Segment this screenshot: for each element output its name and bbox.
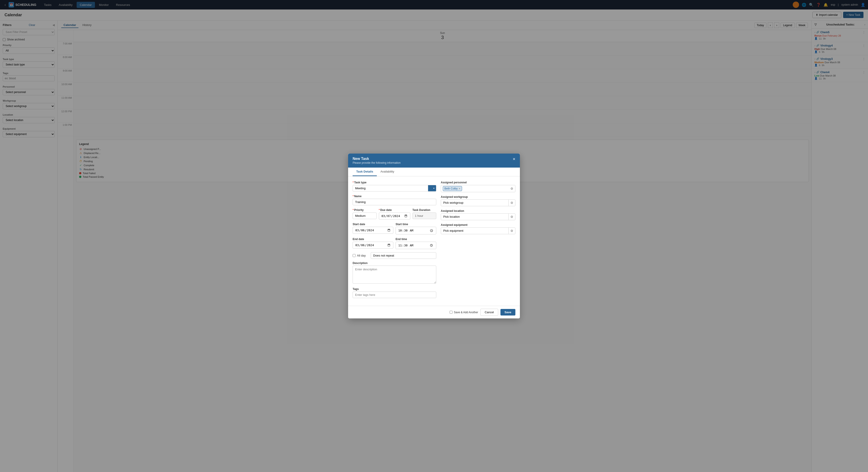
color-caret-icon: ▾: [433, 187, 434, 190]
end-date-label: End date: [352, 238, 393, 241]
allday-repeat-row: All day Does not repeat: [352, 252, 436, 259]
modal-close-button[interactable]: ×: [513, 157, 515, 161]
assigned-workgroup-row: Pick workgroup ⚙: [441, 199, 515, 206]
modal-body: * Task type Meeting ▾: [348, 176, 520, 306]
save-and-add-another-group: Save & Add Another: [450, 311, 478, 314]
task-duration-form-label: Task Duration: [412, 208, 436, 212]
equipment-dropdown[interactable]: Pick equipment: [441, 228, 508, 234]
required-star: *: [352, 181, 354, 184]
start-date-group: Start date: [352, 223, 393, 234]
modal-title: New Task: [352, 157, 401, 161]
save-add-another-checkbox[interactable]: [450, 311, 453, 314]
personnel-gear-button[interactable]: ⚙: [510, 187, 513, 190]
end-date-group: End date: [352, 238, 393, 249]
assigned-workgroup-group: Assigned workgroup Pick workgroup ⚙: [441, 195, 515, 206]
workgroup-dropdown[interactable]: Pick workgroup: [441, 200, 508, 206]
due-date-input[interactable]: [379, 212, 410, 220]
tags-modal-group: Tags: [352, 288, 436, 298]
task-type-form-label: * Task type: [352, 181, 436, 184]
all-day-checkbox[interactable]: [352, 254, 355, 257]
tags-modal-input[interactable]: [352, 292, 436, 298]
modal-overlay[interactable]: New Task Please provide the following in…: [0, 0, 868, 472]
color-picker-button[interactable]: ▾: [428, 185, 436, 192]
priority-due-row: * Priority Medium * Due date: [352, 208, 436, 223]
tags-modal-label: Tags: [352, 288, 436, 291]
description-label: Description: [352, 262, 436, 265]
start-date-label: Start date: [352, 223, 393, 226]
assigned-equipment-row: Pick equipment ⚙: [441, 228, 515, 234]
modal-tab-task-details[interactable]: Task Details: [352, 168, 377, 176]
assigned-equipment-group: Assigned equipment Pick equipment ⚙: [441, 223, 515, 234]
personnel-tag: Beth Colby ×: [443, 186, 462, 191]
task-type-select-modal[interactable]: Meeting: [352, 185, 428, 192]
assigned-equipment-label: Assigned equipment: [441, 223, 515, 227]
end-time-label: End time: [396, 238, 436, 241]
start-time-input[interactable]: [396, 227, 436, 234]
description-textarea[interactable]: [352, 266, 436, 284]
end-time-group: End time: [396, 238, 436, 249]
name-form-label: * Name: [352, 195, 436, 198]
modal-footer: Save & Add Another Cancel Save: [348, 306, 520, 318]
start-time-label: Start time: [396, 223, 436, 226]
personnel-input-row: Beth Colby × ⚙: [441, 185, 515, 192]
end-time-input[interactable]: [396, 242, 436, 249]
modal-header: New Task Please provide the following in…: [348, 154, 520, 168]
color-swatch: [430, 186, 433, 190]
task-type-row: Meeting ▾: [352, 185, 436, 192]
modal-right-column: Assigned personnel Beth Colby × ⚙: [441, 181, 515, 301]
personnel-tag-name: Beth Colby: [444, 187, 458, 190]
location-dropdown[interactable]: Pick location: [441, 214, 508, 220]
due-date-group: * Due date: [379, 208, 410, 220]
end-date-input[interactable]: [352, 242, 393, 249]
task-type-label-text: Task type: [354, 181, 366, 184]
equipment-gear-button[interactable]: ⚙: [508, 228, 515, 234]
required-star: *: [352, 208, 354, 212]
assigned-location-group: Assigned location Pick location ⚙: [441, 209, 515, 220]
priority-select-modal[interactable]: Medium: [352, 212, 377, 219]
assigned-personnel-label: Assigned personnel: [441, 181, 515, 184]
task-type-group: * Task type Meeting ▾: [352, 181, 436, 192]
required-star: *: [379, 208, 380, 212]
start-time-group: Start time: [396, 223, 436, 234]
name-input[interactable]: [352, 199, 436, 205]
modal-left-column: * Task type Meeting ▾: [352, 181, 436, 301]
name-label-text: Name: [354, 195, 362, 198]
cancel-button[interactable]: Cancel: [480, 309, 498, 316]
location-gear-button[interactable]: ⚙: [508, 214, 515, 220]
name-group: * Name: [352, 195, 436, 205]
repeat-select[interactable]: Does not repeat: [371, 252, 436, 259]
assigned-workgroup-label: Assigned workgroup: [441, 195, 515, 199]
repeat-group: Does not repeat: [371, 252, 436, 259]
save-add-another-label: Save & Add Another: [454, 311, 478, 314]
save-button[interactable]: Save: [500, 309, 515, 315]
priority-label-text: Priority: [354, 208, 364, 212]
all-day-group: All day: [352, 254, 366, 257]
assigned-location-label: Assigned location: [441, 209, 515, 212]
assigned-location-row: Pick location ⚙: [441, 213, 515, 220]
modal-subtitle: Please provide the following information: [352, 161, 401, 164]
modal-tab-availability[interactable]: Availability: [377, 168, 398, 176]
required-star: *: [352, 195, 354, 198]
task-duration-display: 1 hour: [412, 212, 436, 219]
new-task-modal: New Task Please provide the following in…: [348, 154, 520, 318]
modal-header-text: New Task Please provide the following in…: [352, 157, 401, 164]
personnel-remove-button[interactable]: ×: [459, 187, 460, 190]
all-day-label: All day: [357, 254, 366, 257]
start-date-input[interactable]: [352, 227, 393, 234]
description-group: Description: [352, 262, 436, 284]
priority-group: * Priority Medium: [352, 208, 377, 220]
task-duration-group: Task Duration 1 hour: [412, 208, 436, 220]
workgroup-gear-button[interactable]: ⚙: [508, 200, 515, 206]
assigned-personnel-group: Assigned personnel Beth Colby × ⚙: [441, 181, 515, 192]
personnel-dropdown[interactable]: [463, 186, 509, 191]
due-date-form-label: * Due date: [379, 208, 410, 212]
start-row: Start date Start time: [352, 223, 436, 238]
priority-form-label: * Priority: [352, 208, 377, 212]
modal-tabs: Task Details Availability: [348, 168, 520, 176]
end-row: End date End time: [352, 238, 436, 252]
due-date-label-text: Due date: [380, 208, 392, 212]
